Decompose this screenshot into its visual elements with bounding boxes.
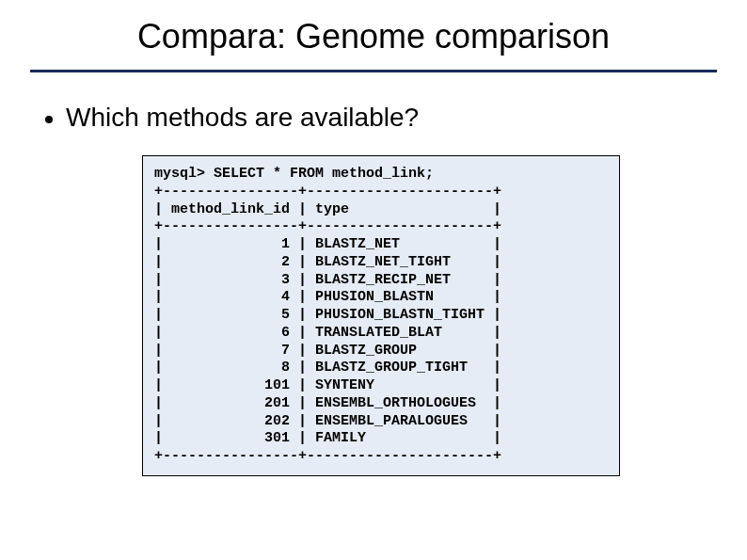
table-row: | 301 | FAMILY | <box>154 430 501 446</box>
table-row: | 8 | BLASTZ_GROUP_TIGHT | <box>154 360 501 376</box>
table-row: | 5 | PHUSION_BLASTN_TIGHT | <box>154 307 501 323</box>
table-header: | method_link_id | type | <box>154 201 501 217</box>
table-row: | 6 | TRANSLATED_BLAT | <box>154 325 501 341</box>
sql-prompt-line: mysql> SELECT * FROM method_link; <box>154 166 434 182</box>
bullet-icon <box>45 116 53 123</box>
table-row: | 1 | BLASTZ_NET | <box>154 236 501 252</box>
table-row: | 202 | ENSEMBL_PARALOGUES | <box>154 413 501 429</box>
table-border: +----------------+----------------------… <box>154 448 501 464</box>
table-row: | 101 | SYNTENY | <box>154 377 501 393</box>
table-border: +----------------+----------------------… <box>154 218 501 234</box>
table-row: | 201 | ENSEMBL_ORTHOLOGUES | <box>154 395 501 411</box>
bullet-text: Which methods are available? <box>66 103 419 133</box>
page-title: Compara: Genome comparison <box>0 0 747 56</box>
table-row: | 4 | PHUSION_BLASTN | <box>154 289 501 305</box>
table-row: | 3 | BLASTZ_RECIP_NET | <box>154 272 501 288</box>
table-row: | 2 | BLASTZ_NET_TIGHT | <box>154 254 501 270</box>
content-area: Which methods are available? mysql> SELE… <box>0 72 747 476</box>
bullet-item: Which methods are available? <box>45 103 717 133</box>
terminal-output: mysql> SELECT * FROM method_link; +-----… <box>142 155 620 476</box>
table-border: +----------------+----------------------… <box>154 184 501 200</box>
table-row: | 7 | BLASTZ_GROUP | <box>154 343 501 359</box>
